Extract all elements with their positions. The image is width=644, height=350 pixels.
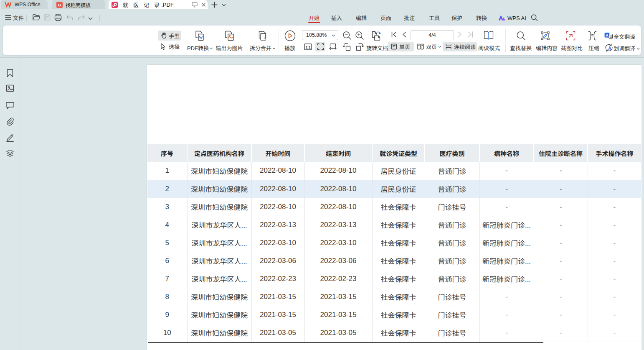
svg-text:文: 文 bbox=[609, 34, 613, 38]
svg-text:A: A bbox=[606, 33, 609, 38]
svg-text:A: A bbox=[608, 46, 611, 51]
svg-text:1:1: 1:1 bbox=[305, 45, 311, 49]
